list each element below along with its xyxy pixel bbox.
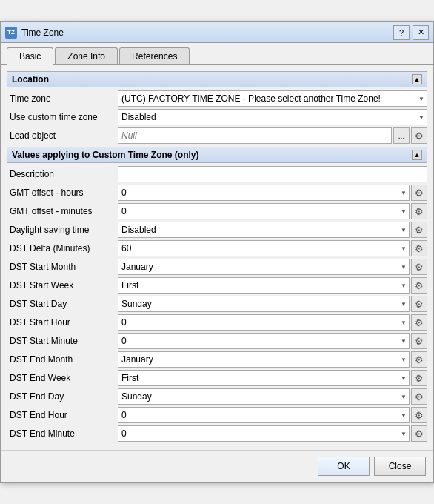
gmt-hours-row: GMT offset - hours 0 ⚙ <box>7 185 427 201</box>
dst-delta-label: DST Delta (Minutes) <box>7 243 118 253</box>
dst-start-day-row: DST Start Day Sunday ⚙ <box>7 296 427 312</box>
gmt-minutes-select-wrapper: 0 <box>118 203 410 219</box>
dst-start-day-select-wrapper: Sunday <box>118 296 410 312</box>
tabs-bar: Basic Zone Info References <box>1 43 433 65</box>
dst-start-minute-select-wrapper: 0 <box>118 333 410 349</box>
dst-start-week-label: DST Start Week <box>7 280 118 291</box>
dst-start-day-gear-button[interactable]: ⚙ <box>411 296 427 312</box>
dst-label: Daylight saving time <box>7 225 118 235</box>
lead-object-gear-button[interactable]: ⚙ <box>411 127 427 144</box>
time-zone-window: TZ Time Zone ? ✕ Basic Zone Info Referen… <box>0 21 434 483</box>
dst-end-minute-gear-button[interactable]: ⚙ <box>411 425 427 442</box>
tab-references[interactable]: References <box>119 47 190 64</box>
close-window-button[interactable]: ✕ <box>413 25 429 40</box>
dst-end-minute-label: DST End Minute <box>7 428 118 439</box>
dst-start-month-select[interactable]: January <box>118 259 410 275</box>
dst-end-day-select-wrapper: Sunday <box>118 388 410 405</box>
dst-end-minute-row: DST End Minute 0 ⚙ <box>7 425 427 442</box>
dst-end-week-gear-button[interactable]: ⚙ <box>411 370 427 386</box>
dst-start-month-row: DST Start Month January ⚙ <box>7 259 427 275</box>
dst-end-hour-label: DST End Hour <box>7 410 118 420</box>
dst-end-week-select[interactable]: First <box>118 370 410 386</box>
dst-end-month-select[interactable]: January <box>118 351 410 368</box>
custom-tz-section-label: Values applying to Custom Time Zone (onl… <box>12 150 198 160</box>
dst-end-day-row: DST End Day Sunday ⚙ <box>7 388 427 405</box>
custom-tz-section-header: Values applying to Custom Time Zone (onl… <box>7 147 427 163</box>
dst-end-day-label: DST End Day <box>7 391 118 402</box>
gmt-hours-select-wrapper: 0 <box>118 185 410 201</box>
tab-content: Location ▲ Time zone (UTC) FACTORY TIME … <box>1 65 433 450</box>
dst-select-wrapper: Disabled <box>118 222 410 238</box>
dst-start-minute-select[interactable]: 0 <box>118 333 410 349</box>
help-button[interactable]: ? <box>393 25 410 40</box>
gmt-minutes-label: GMT offset - minutes <box>7 206 118 216</box>
ok-button[interactable]: OK <box>318 457 370 476</box>
dst-start-hour-label: DST Start Hour <box>7 317 118 328</box>
location-section-label: Location <box>12 74 49 84</box>
gmt-hours-gear-button[interactable]: ⚙ <box>411 185 427 201</box>
bottom-bar: OK Close <box>1 450 433 482</box>
dst-start-day-label: DST Start Day <box>7 299 118 309</box>
custom-tz-collapse-button[interactable]: ▲ <box>412 150 422 160</box>
dst-end-minute-select[interactable]: 0 <box>118 425 410 442</box>
dst-end-hour-select-wrapper: 0 <box>118 407 410 423</box>
window-title: Time Zone <box>21 27 393 38</box>
dst-end-day-select[interactable]: Sunday <box>118 388 410 405</box>
dst-end-hour-row: DST End Hour 0 ⚙ <box>7 407 427 423</box>
description-label: Description <box>7 169 118 179</box>
location-section-header: Location ▲ <box>7 71 427 87</box>
dst-select[interactable]: Disabled <box>118 222 410 238</box>
dst-end-month-label: DST End Month <box>7 354 118 365</box>
timezone-select[interactable]: (UTC) FACTORY TIME ZONE - Please select … <box>118 90 427 107</box>
dst-end-hour-gear-button[interactable]: ⚙ <box>411 407 427 423</box>
custom-tz-label: Use custom time zone <box>7 112 118 122</box>
dst-start-day-select[interactable]: Sunday <box>118 296 410 312</box>
dst-start-minute-label: DST Start Minute <box>7 336 118 346</box>
close-button[interactable]: Close <box>374 457 426 476</box>
description-input[interactable] <box>118 166 427 182</box>
location-collapse-button[interactable]: ▲ <box>412 74 422 84</box>
lead-object-browse-button[interactable]: ... <box>393 127 410 144</box>
dst-start-hour-gear-button[interactable]: ⚙ <box>411 314 427 331</box>
dst-end-day-gear-button[interactable]: ⚙ <box>411 388 427 405</box>
timezone-select-wrapper: (UTC) FACTORY TIME ZONE - Please select … <box>118 90 427 107</box>
timezone-label: Time zone <box>7 93 118 104</box>
dst-start-week-gear-button[interactable]: ⚙ <box>411 277 427 294</box>
dst-end-week-row: DST End Week First ⚙ <box>7 370 427 386</box>
dst-end-hour-select[interactable]: 0 <box>118 407 410 423</box>
dst-start-hour-select-wrapper: 0 <box>118 314 410 331</box>
dst-start-week-select[interactable]: First <box>118 277 410 294</box>
dst-end-week-select-wrapper: First <box>118 370 410 386</box>
dst-end-month-select-wrapper: January <box>118 351 410 368</box>
dst-end-month-gear-button[interactable]: ⚙ <box>411 351 427 368</box>
dst-start-month-gear-button[interactable]: ⚙ <box>411 259 427 275</box>
gmt-minutes-gear-button[interactable]: ⚙ <box>411 203 427 219</box>
dst-start-minute-row: DST Start Minute 0 ⚙ <box>7 333 427 349</box>
lead-object-row: Lead object ... ⚙ <box>7 127 427 144</box>
dst-delta-select[interactable]: 60 <box>118 240 410 256</box>
dst-delta-select-wrapper: 60 <box>118 240 410 256</box>
dst-start-hour-select[interactable]: 0 <box>118 314 410 331</box>
gmt-hours-select[interactable]: 0 <box>118 185 410 201</box>
tab-basic[interactable]: Basic <box>7 47 53 65</box>
dst-start-week-row: DST Start Week First ⚙ <box>7 277 427 294</box>
dst-gear-button[interactable]: ⚙ <box>411 222 427 238</box>
dst-end-week-label: DST End Week <box>7 373 118 383</box>
custom-tz-select-wrapper: Disabled <box>118 109 427 125</box>
title-bar: TZ Time Zone ? ✕ <box>1 22 433 43</box>
dst-end-minute-select-wrapper: 0 <box>118 425 410 442</box>
lead-object-input[interactable] <box>118 127 392 144</box>
window-icon: TZ <box>5 27 17 39</box>
custom-tz-select[interactable]: Disabled <box>118 109 427 125</box>
dst-end-month-row: DST End Month January ⚙ <box>7 351 427 368</box>
custom-tz-row: Use custom time zone Disabled <box>7 109 427 125</box>
timezone-row: Time zone (UTC) FACTORY TIME ZONE - Plea… <box>7 90 427 107</box>
title-bar-buttons: ? ✕ <box>393 25 429 40</box>
lead-object-label: Lead object <box>7 130 118 141</box>
dst-start-hour-row: DST Start Hour 0 ⚙ <box>7 314 427 331</box>
dst-start-minute-gear-button[interactable]: ⚙ <box>411 333 427 349</box>
tab-zone-info[interactable]: Zone Info <box>55 47 118 64</box>
gmt-minutes-row: GMT offset - minutes 0 ⚙ <box>7 203 427 219</box>
dst-delta-gear-button[interactable]: ⚙ <box>411 240 427 256</box>
gmt-minutes-select[interactable]: 0 <box>118 203 410 219</box>
